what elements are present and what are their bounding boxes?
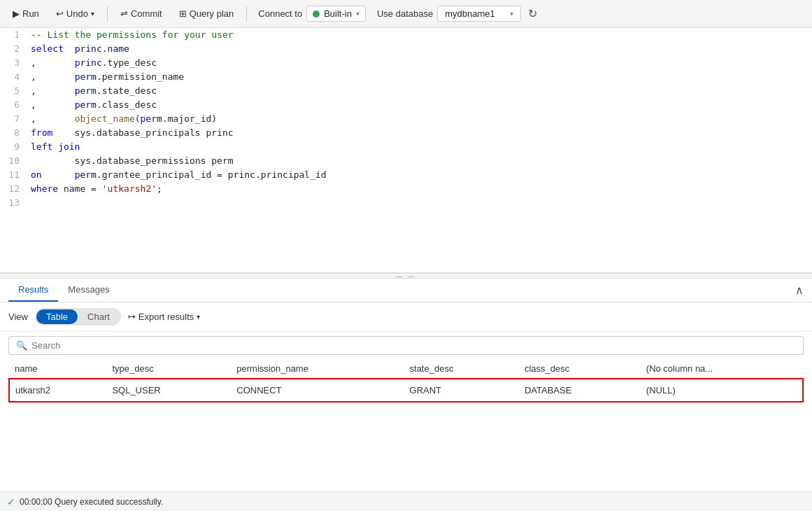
line-num-5: 5 [0,84,28,98]
code-line-6: 6 , perm.class_desc [0,98,812,112]
code-line-12: 12 where name = 'utkarsh2'; [0,182,812,196]
query-plan-label: Query plan [190,8,234,19]
line-num-12: 12 [0,182,28,196]
refresh-icon: ↻ [528,8,537,20]
col-permission-name: permission_name [231,359,404,379]
editor-area[interactable]: 1 -- List the permissions for your user … [0,28,812,273]
results-tabs-left: Results Messages [8,279,120,302]
code-line-7: 7 , object_name(perm.major_id) [0,112,812,126]
cell-permission-name: CONNECT [231,379,404,402]
database-select[interactable]: mydbname1 ▾ [437,6,521,22]
main-content: 1 -- List the permissions for your user … [0,28,812,511]
code-content-2: select princ.name [28,42,812,56]
col-type-desc: type_desc [106,359,231,379]
tab-results[interactable]: Results [8,279,58,302]
results-table-wrap: name type_desc permission_name state_des… [0,359,812,402]
refresh-button[interactable]: ↻ [528,7,537,20]
status-success-icon: ✓ [7,496,15,507]
run-icon: ▶ [13,8,20,19]
code-table: 1 -- List the permissions for your user … [0,28,812,210]
tab-results-label: Results [18,284,48,295]
code-content-8: from sys.database_principals princ [28,126,812,140]
undo-button[interactable]: ↩ Undo ▾ [49,6,101,22]
commit-button[interactable]: ⇌ Commit [113,6,169,22]
tab-messages-label: Messages [68,284,109,295]
collapse-button[interactable]: ∧ [795,284,804,297]
resize-handle[interactable]: — — [0,273,812,279]
code-line-13: 13 [0,196,812,210]
status-message: 00:00:00 Query executed successfully. [20,497,163,507]
line-num-2: 2 [0,42,28,56]
code-line-4: 4 , perm.permission_name [0,70,812,84]
code-line-2: 2 select princ.name [0,42,812,56]
undo-icon: ↩ [56,8,64,19]
code-content-12: where name = 'utkarsh2'; [28,182,812,196]
cell-class-desc: DATABASE [519,379,641,402]
run-button[interactable]: ▶ Run [6,6,46,22]
connect-to-label: Connect to [258,8,302,19]
collapse-icon: ∧ [795,284,804,296]
line-num-6: 6 [0,98,28,112]
use-database-label: Use database [377,8,433,19]
divider-2 [246,6,247,22]
code-content-1: -- List the permissions for your user [28,28,812,42]
cell-no-col: (NULL) [641,379,803,402]
connect-group: Connect to Built-in ▾ [258,6,366,22]
line-num-11: 11 [0,168,28,182]
line-num-3: 3 [0,56,28,70]
query-plan-icon: ⊞ [179,8,187,19]
view-bar: View Table Chart ↦ Export results ▾ [0,302,812,332]
undo-chevron-icon: ▾ [91,10,94,18]
commit-icon: ⇌ [120,8,128,19]
undo-label: Undo [66,8,88,19]
connect-select[interactable]: Built-in ▾ [306,6,366,22]
view-toggle: Table Chart [35,308,121,326]
code-line-1: 1 -- List the permissions for your user [0,28,812,42]
built-in-label: Built-in [324,8,352,19]
chart-view-button[interactable]: Chart [78,309,120,324]
col-name: name [9,359,106,379]
table-row: utkarsh2 SQL_USER CONNECT GRANT DATABASE… [9,379,803,402]
toolbar: ▶ Run ↩ Undo ▾ ⇌ Commit ⊞ Query plan Con… [0,0,812,28]
tab-messages[interactable]: Messages [58,279,119,302]
run-label: Run [22,8,39,19]
export-arrow-icon: ↦ [128,312,136,322]
code-content-7: , object_name(perm.major_id) [28,112,812,126]
table-view-label: Table [46,312,68,322]
export-label: Export results [138,312,194,322]
table-view-button[interactable]: Table [36,309,78,324]
cell-name: utkarsh2 [9,379,106,402]
db-group: Use database mydbname1 ▾ ↻ [377,6,537,22]
results-tabs: Results Messages ∧ [0,279,812,302]
view-label: View [8,312,28,322]
query-plan-button[interactable]: ⊞ Query plan [172,6,241,22]
col-class-desc: class_desc [519,359,641,379]
code-line-3: 3 , princ.type_desc [0,56,812,70]
export-button[interactable]: ↦ Export results ▾ [128,312,200,322]
line-num-9: 9 [0,140,28,154]
code-content-6: , perm.class_desc [28,98,812,112]
search-input[interactable] [31,340,796,351]
line-num-4: 4 [0,70,28,84]
search-input-wrap: 🔍 [8,336,804,355]
code-line-8: 8 from sys.database_principals princ [0,126,812,140]
code-content-4: , perm.permission_name [28,70,812,84]
col-no-name: (No column na... [641,359,803,379]
line-num-1: 1 [0,28,28,42]
search-bar: 🔍 [0,332,812,359]
cell-type-desc: SQL_USER [106,379,231,402]
status-bar: ✓ 00:00:00 Query executed successfully. [0,491,812,511]
cell-state-desc: GRANT [404,379,519,402]
export-chevron-icon: ▾ [197,313,200,321]
line-num-10: 10 [0,154,28,168]
results-panel: Results Messages ∧ View Table Chart [0,279,812,511]
code-line-10: 10 sys.database_permissions perm [0,154,812,168]
table-header-row: name type_desc permission_name state_des… [9,359,803,379]
col-state-desc: state_desc [404,359,519,379]
line-num-7: 7 [0,112,28,126]
code-content-5: , perm.state_desc [28,84,812,98]
connection-status-icon [313,10,320,18]
results-table: name type_desc permission_name state_des… [8,359,804,402]
code-content-11: on perm.grantee_principal_id = princ.pri… [28,168,812,182]
code-line-5: 5 , perm.state_desc [0,84,812,98]
